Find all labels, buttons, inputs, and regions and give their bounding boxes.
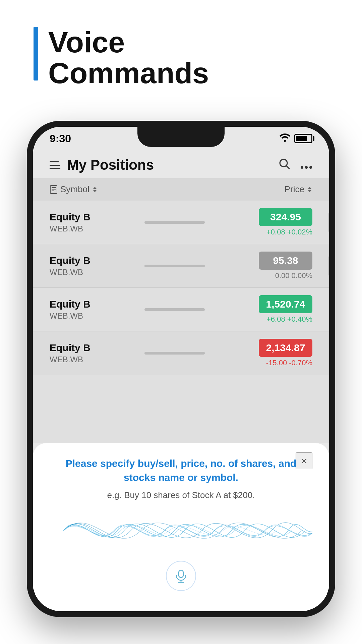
stock-info: Equity B WEB.WB <box>50 342 90 364</box>
app-content: My Positions <box>33 150 329 611</box>
phone-frame: 9:30 <box>27 121 335 617</box>
page-title: Voice Commands <box>48 27 209 89</box>
stock-info: Equity B WEB.WB <box>50 255 90 277</box>
phone-screen: 9:30 <box>33 127 329 611</box>
voice-example: e.g. Buy 10 shares of Stock A at $200. <box>50 490 312 500</box>
price-change: +6.08 +0.40% <box>266 315 312 324</box>
svg-point-4 <box>309 166 312 169</box>
app-header-right <box>278 158 312 173</box>
stock-name: Equity B <box>50 211 90 223</box>
stock-symbol: WEB.WB <box>50 224 90 233</box>
blue-accent-bar <box>34 27 38 80</box>
stock-bar <box>144 221 205 224</box>
table-row[interactable]: Equity B WEB.WB 2,134.87 -15.00 -0.70% <box>33 331 329 375</box>
stock-price-info: 2,134.87 -15.00 -0.70% <box>259 339 312 367</box>
price-change: -15.00 -0.70% <box>266 359 312 367</box>
more-button[interactable] <box>300 158 312 172</box>
stock-name: Equity B <box>50 342 90 354</box>
phone-mockup: 9:30 <box>27 121 335 617</box>
stock-bar <box>144 352 205 355</box>
stock-list: Equity B WEB.WB 324.95 +0.08 +0.02% <box>33 201 329 443</box>
price-change: +0.08 +0.02% <box>266 228 312 236</box>
svg-point-2 <box>301 166 303 169</box>
page-header: Voice Commands <box>34 27 209 89</box>
voice-instruction: Please specify buy/sell, price, no. of s… <box>50 457 312 485</box>
svg-point-3 <box>305 166 308 169</box>
battery-icon <box>294 134 312 143</box>
voice-command-panel: × Please specify buy/sell, price, no. of… <box>33 443 329 611</box>
menu-icon[interactable] <box>50 161 60 169</box>
stock-info: Equity B WEB.WB <box>50 211 90 233</box>
stock-bar <box>144 265 205 267</box>
stock-symbol: WEB.WB <box>50 311 90 321</box>
stock-name: Equity B <box>50 255 90 266</box>
mic-button[interactable] <box>166 561 196 591</box>
voice-close-button[interactable]: × <box>296 452 312 469</box>
table-row[interactable]: Equity B WEB.WB 1,520.74 +6.08 +0.40% <box>33 288 329 331</box>
svg-rect-9 <box>179 570 183 578</box>
stock-symbol: WEB.WB <box>50 355 90 364</box>
table-row[interactable]: Equity B WEB.WB 95.38 0.00 0.00% <box>33 244 329 288</box>
stock-price-info: 1,520.74 +6.08 +0.40% <box>259 295 312 324</box>
search-button[interactable] <box>278 158 290 173</box>
stock-name: Equity B <box>50 299 90 310</box>
stock-info: Equity B WEB.WB <box>50 299 90 321</box>
symbol-column-header: Symbol <box>50 184 98 195</box>
price-badge: 1,520.74 <box>259 295 312 313</box>
app-header-left: My Positions <box>50 157 154 173</box>
stock-bar <box>144 308 205 311</box>
scroll-handle[interactable] <box>328 212 329 232</box>
stock-symbol: WEB.WB <box>50 268 90 277</box>
stock-price-info: 95.38 0.00 0.00% <box>259 252 312 280</box>
wifi-icon <box>280 133 290 144</box>
page-background: Voice Commands 9:30 <box>0 0 362 644</box>
price-column-header: Price <box>285 184 312 195</box>
app-header: My Positions <box>33 150 329 178</box>
status-time: 9:30 <box>50 132 71 145</box>
mic-button-container <box>50 561 312 598</box>
phone-notch <box>137 127 225 147</box>
app-title: My Positions <box>67 157 154 173</box>
stock-price-info: 324.95 +0.08 +0.02% <box>259 208 312 236</box>
table-header: Symbol Price <box>33 178 329 201</box>
price-change: 0.00 0.00% <box>275 271 312 280</box>
price-badge: 2,134.87 <box>259 339 312 357</box>
table-row[interactable]: Equity B WEB.WB 324.95 +0.08 +0.02% <box>33 201 329 244</box>
price-badge: 324.95 <box>259 208 312 226</box>
price-badge: 95.38 <box>259 252 312 270</box>
svg-line-1 <box>286 166 289 169</box>
scroll-handle[interactable] <box>328 256 329 276</box>
status-icons <box>280 133 312 144</box>
voice-waveform <box>50 504 312 557</box>
